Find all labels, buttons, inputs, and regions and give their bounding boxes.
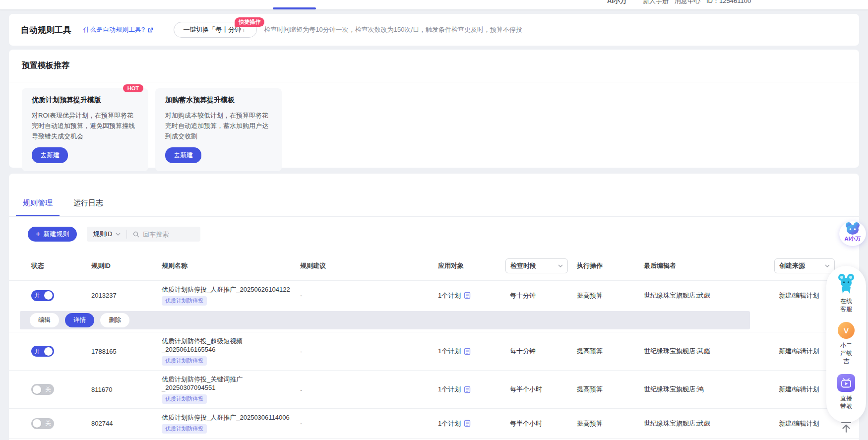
table-header: 状态 规则ID 规则名称 规则建议 应用对象 检查时段 执行操作 最后编辑者 创…	[9, 251, 859, 280]
service-mascot-icon	[836, 273, 857, 295]
chevron-down-icon	[116, 233, 121, 236]
ai-assistant-label: AI小万	[845, 235, 861, 243]
col-header-target: 应用对象	[438, 261, 510, 270]
rule-target-cell: 1个计划	[438, 291, 461, 300]
table-body: 开 2013237 优质计划防停投_人群推广_20250626104122 优质…	[9, 280, 859, 440]
table-row[interactable]: 开 1788165 优质计划防停投_超级短视频_20250616165546 优…	[9, 332, 859, 370]
status-toggle[interactable]: 关	[31, 418, 54, 429]
toggle-knob	[33, 385, 41, 394]
rule-search-group: 规则ID	[87, 227, 200, 242]
delete-rule-button[interactable]: 删除	[100, 313, 129, 327]
rule-editor-cell: 世纪缘珠宝旗舰店:武彪	[644, 291, 779, 300]
rule-id-cell: 2013237	[91, 292, 162, 299]
col-header-source-select[interactable]: 创建来源	[774, 258, 835, 273]
create-from-template-button[interactable]: 去新建	[32, 147, 68, 163]
rule-type-tag: 优质计划防停投	[162, 356, 207, 366]
edit-rule-button[interactable]: 编辑	[30, 313, 59, 327]
back-to-top-icon	[840, 421, 853, 433]
plan-document-icon[interactable]	[464, 420, 471, 427]
page-header-panel: 自动规则工具 什么是自动规则工具? 一键切换「每十分钟」 快捷操作 检查时间缩短…	[9, 14, 859, 46]
quick-action-badge: 快捷操作	[235, 17, 264, 27]
new-rule-button[interactable]: + 新建规则	[28, 227, 77, 242]
rule-period-cell: 每十分钟	[510, 347, 577, 356]
row-action-strip: 编辑 详情 删除	[20, 311, 750, 329]
templates-title-row: 预置模板推荐	[9, 50, 859, 82]
tab-rule-management[interactable]: 规则管理	[23, 198, 53, 216]
table-row[interactable]: 关 811670 优质计划防停投_关键词推广_20250307094551 优质…	[9, 370, 859, 408]
rule-target-cell: 1个计划	[438, 385, 461, 394]
rule-type-tag: 优质计划防停投	[162, 394, 207, 404]
rules-toolbar: + 新建规则 规则ID	[28, 227, 859, 242]
online-service-item[interactable]: 在线客服	[836, 273, 857, 313]
rule-id-cell: 802744	[91, 420, 162, 427]
col-header-action: 执行操作	[577, 261, 644, 270]
topnav-ai-xiaowan[interactable]: AI小万	[607, 0, 626, 5]
live-teaching-item[interactable]: 直播带教	[837, 374, 855, 410]
toggle-state-label: 开	[33, 347, 42, 356]
tab-run-logs[interactable]: 运行日志	[73, 198, 103, 216]
template-card-quality-plan[interactable]: HOT 优质计划预算提升模版 对ROI表现优异计划，在预算即将花完时自动追加预算…	[22, 88, 148, 171]
rule-type-tag: 优质计划防停投	[162, 296, 207, 306]
plan-document-icon[interactable]	[464, 386, 471, 393]
service-agent-item[interactable]: V 小二严敏吉	[838, 322, 855, 365]
rules-tabs: 规则管理 运行日志	[9, 174, 859, 217]
help-link[interactable]: 什么是自动规则工具?	[83, 25, 154, 34]
rule-period-cell: 每十分钟	[510, 291, 577, 300]
toggle-knob	[44, 347, 53, 356]
chevron-down-icon	[558, 264, 563, 268]
table-row[interactable]: 关 802744 优质计划防停投_人群推广_20250306114006 优质计…	[9, 408, 859, 438]
rule-name-cell: 优质计划防停投_人群推广_20250306114006	[162, 413, 294, 422]
search-field-label: 规则ID	[93, 230, 112, 239]
ai-mascot-icon	[844, 221, 861, 236]
back-to-top-item[interactable]	[840, 419, 853, 438]
col-header-period-select[interactable]: 检查时段	[505, 258, 568, 273]
rule-suggestion-cell: -	[300, 292, 438, 299]
templates-title: 预置模板推荐	[22, 61, 69, 71]
col-header-suggestion: 规则建议	[300, 261, 438, 270]
toggle-state-label: 开	[33, 291, 42, 300]
topnav-newbie-guide[interactable]: 新人手册	[643, 0, 669, 5]
rule-name-cell: 优质计划防停投_超级短视频_20250616165546	[162, 337, 294, 354]
status-toggle[interactable]: 开	[31, 346, 54, 357]
hot-badge: HOT	[123, 84, 143, 92]
status-toggle[interactable]: 开	[31, 290, 54, 301]
plan-document-icon[interactable]	[464, 292, 471, 299]
quick-switch-label: 一键切换「每十分钟」	[183, 26, 248, 33]
rule-action-cell: 提高预算	[577, 385, 644, 394]
rule-suggestion-cell: -	[300, 348, 438, 355]
rule-detail-button[interactable]: 详情	[65, 313, 94, 327]
table-row[interactable]: 开 2013237 优质计划防停投_人群推广_20250626104122 优质…	[9, 280, 859, 310]
active-nav-indicator	[273, 7, 316, 9]
rule-suggestion-cell: -	[300, 420, 438, 427]
create-from-template-button[interactable]: 去新建	[165, 147, 201, 163]
col-header-status: 状态	[31, 261, 91, 270]
plan-document-icon[interactable]	[464, 348, 471, 355]
period-select-label: 检查时段	[510, 261, 536, 270]
col-header-editor: 最后编辑者	[644, 261, 779, 270]
rule-editor-cell: 世纪缘珠宝旗舰店:武彪	[644, 347, 779, 356]
rule-action-cell: 提高预算	[577, 419, 644, 428]
online-service-label: 在线客服	[839, 297, 854, 313]
rule-action-cell: 提高预算	[577, 291, 644, 300]
template-card-title: 优质计划预算提升模版	[32, 96, 138, 105]
new-rule-label: 新建规则	[43, 230, 69, 239]
quick-switch-button[interactable]: 一键切换「每十分钟」 快捷操作	[174, 22, 257, 38]
rule-search-input[interactable]	[143, 231, 192, 238]
rule-period-cell: 每半个小时	[510, 419, 577, 428]
page-title: 自动规则工具	[21, 24, 71, 36]
rule-action-cell: 提高预算	[577, 347, 644, 356]
template-card-title: 加购蓄水预算提升模板	[165, 96, 272, 105]
table-row[interactable]: 关 796801 优质计划防停投_人群推广_20250306113902 优质计…	[9, 438, 859, 440]
ai-assistant-bubble[interactable]: AI小万	[839, 221, 866, 246]
top-nav-bar: AI小万 新人手册 消息中心 ID：125461100	[0, 0, 868, 10]
rule-suggestion-cell: -	[300, 386, 438, 393]
template-card-description: 对加购成本较低计划，在预算即将花完时自动追加预算，蓄水加购用户达到成交收割	[165, 110, 272, 141]
search-field-select[interactable]: 规则ID	[87, 230, 126, 239]
search-icon	[133, 231, 139, 238]
rule-editor-cell: 世纪缘珠宝旗舰店:武彪	[644, 419, 779, 428]
status-toggle[interactable]: 关	[31, 384, 54, 395]
template-card-cart-reserve[interactable]: 加购蓄水预算提升模板 对加购成本较低计划，在预算即将花完时自动追加预算，蓄水加购…	[155, 88, 282, 171]
topnav-message-center[interactable]: 消息中心	[675, 0, 700, 5]
template-card-description: 对ROI表现优异计划，在预算即将花完时自动追加预算，避免因预算撞线导致错失成交机…	[32, 110, 138, 141]
floating-dock: 在线客服 V 小二严敏吉 直播带教	[826, 266, 866, 423]
